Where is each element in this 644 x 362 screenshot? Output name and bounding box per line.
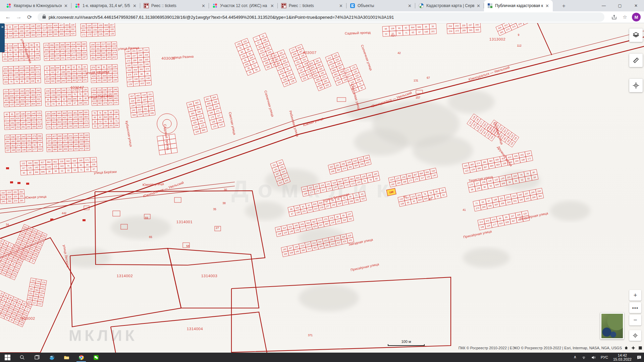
svg-text:170: 170 [4, 76, 8, 78]
svg-text:140: 140 [35, 166, 38, 169]
svg-text:67: 67 [31, 53, 33, 55]
tab-close-icon[interactable]: ✕ [132, 3, 138, 9]
svg-text:340: 340 [82, 43, 86, 45]
new-tab-button[interactable]: + [559, 2, 568, 10]
notification-center-icon[interactable] [634, 353, 644, 362]
svg-text:857: 857 [26, 103, 30, 105]
svg-text:194: 194 [91, 43, 95, 46]
svg-text:58: 58 [58, 102, 60, 105]
wechat-icon[interactable] [89, 353, 103, 362]
layers-button[interactable] [629, 28, 643, 42]
scale-label: 100 м [388, 340, 425, 344]
svg-text:374: 374 [37, 94, 40, 96]
forward-button[interactable]: → [14, 12, 23, 22]
svg-text:910: 910 [10, 117, 14, 120]
tab-close-icon[interactable]: ✕ [63, 3, 69, 9]
svg-text:240: 240 [114, 88, 117, 90]
start-button[interactable] [0, 353, 15, 362]
svg-text:360: 360 [31, 94, 35, 96]
svg-text:96: 96 [77, 47, 80, 50]
hidden-icons-chevron[interactable]: ∧ [571, 352, 579, 362]
svg-text:135: 135 [99, 33, 103, 35]
browser-tab[interactable]: 1-к. квартира, 31,4 м², 5/5✕ [71, 0, 140, 11]
bookmark-star-icon[interactable]: ☆ [621, 13, 629, 21]
svg-text:181: 181 [72, 56, 75, 59]
tab-strip: Квартиры в Южноуральск✕1-к. квартира, 31… [3, 0, 553, 11]
language-indicator[interactable]: РУС [598, 353, 610, 362]
svg-text:133: 133 [51, 94, 55, 96]
chrome-icon[interactable] [74, 353, 89, 362]
browser-tab[interactable]: Риес :: tickets✕ [140, 0, 209, 11]
address-bar[interactable]: pkk.rosreestr.ru/#/search/54.44615479592… [38, 12, 604, 22]
back-button[interactable]: ← [3, 12, 13, 22]
sidebar-expand-button[interactable]: » [0, 23, 5, 52]
svg-text:374: 374 [17, 144, 20, 146]
share-icon[interactable] [610, 13, 619, 21]
svg-text:36: 36 [425, 25, 428, 28]
svg-text:109: 109 [79, 116, 83, 118]
svg-text:55: 55 [78, 66, 81, 68]
measure-ruler-button[interactable] [629, 54, 643, 67]
browser-tab[interactable]: Публичная кадастровая к✕ [484, 0, 553, 11]
position-crosshair-button[interactable] [629, 79, 643, 92]
browser-tab[interactable]: Риес :: tickets✕ [278, 0, 346, 11]
wifi-icon[interactable] [579, 353, 589, 362]
svg-text:69: 69 [145, 216, 148, 220]
browser-tab[interactable]: Кадастровая карта | Серв✕ [415, 0, 484, 11]
ries-favicon-icon [144, 3, 149, 8]
svg-text:134: 134 [32, 117, 36, 119]
reload-button[interactable]: ⟳ [25, 12, 34, 22]
tab-close-icon[interactable]: ✕ [544, 3, 550, 9]
cadastral-map[interactable]: ДомкликМКЛИК9695107108116148129177910929… [0, 23, 644, 353]
svg-text:253: 253 [60, 28, 63, 31]
svg-text:107: 107 [16, 113, 19, 115]
svg-text:460: 460 [50, 57, 54, 59]
svg-text:52: 52 [73, 66, 75, 68]
svg-text:117: 117 [52, 125, 56, 128]
svg-text:106: 106 [92, 163, 96, 166]
profile-avatar[interactable]: M [632, 13, 641, 21]
tab-close-icon[interactable]: ✕ [201, 3, 206, 9]
browser-tab[interactable]: Участок 12 сот. (ИЖС) на✕ [209, 0, 278, 11]
volume-icon[interactable] [589, 353, 598, 362]
svg-text:306: 306 [66, 43, 70, 46]
svg-text:306: 306 [127, 64, 131, 67]
svg-text:133: 133 [110, 32, 114, 35]
task-view-button[interactable] [30, 353, 44, 362]
zoom-out-button[interactable]: − [629, 315, 641, 325]
svg-text:143: 143 [47, 166, 51, 168]
svg-text:217: 217 [63, 139, 67, 141]
svg-text:96: 96 [33, 144, 36, 146]
tab-close-icon[interactable]: ✕ [407, 3, 413, 9]
file-explorer-icon[interactable] [59, 353, 74, 362]
edge-icon[interactable] [44, 353, 59, 362]
zoom-in-button[interactable]: + [629, 290, 641, 301]
window-maximize-button[interactable]: ▢ [612, 0, 628, 11]
svg-text:331: 331 [77, 43, 80, 45]
geolocate-button[interactable] [629, 330, 641, 341]
window-close-button[interactable]: ✕ [628, 0, 644, 11]
tab-close-icon[interactable]: ✕ [476, 3, 481, 9]
overview-minimap[interactable] [600, 313, 624, 339]
svg-text:52: 52 [47, 103, 50, 105]
window-minimize-button[interactable]: — [596, 0, 612, 11]
svg-text:177: 177 [135, 82, 138, 85]
svg-text:308: 308 [32, 125, 36, 128]
tab-close-icon[interactable]: ✕ [338, 3, 344, 9]
more-tools-button[interactable]: ••• [629, 302, 641, 313]
pkk-favicon-icon [487, 3, 493, 8]
svg-text:289: 289 [133, 59, 137, 62]
svg-text:222: 222 [69, 139, 72, 141]
svg-text:109: 109 [25, 67, 29, 69]
svg-text:359: 359 [50, 48, 54, 51]
browser-tab[interactable]: Объекты✕ [346, 0, 415, 11]
search-button[interactable] [15, 353, 30, 362]
browser-tab[interactable]: Квартиры в Южноуральск✕ [3, 0, 71, 11]
svg-text:338: 338 [150, 112, 154, 114]
svg-text:295: 295 [72, 75, 76, 77]
clock[interactable]: 14:42 15.03.2022 [610, 353, 634, 361]
svg-text:78: 78 [79, 93, 82, 95]
svg-text:183: 183 [85, 134, 89, 136]
svg-text:116: 116 [26, 112, 30, 115]
tab-close-icon[interactable]: ✕ [269, 3, 275, 9]
